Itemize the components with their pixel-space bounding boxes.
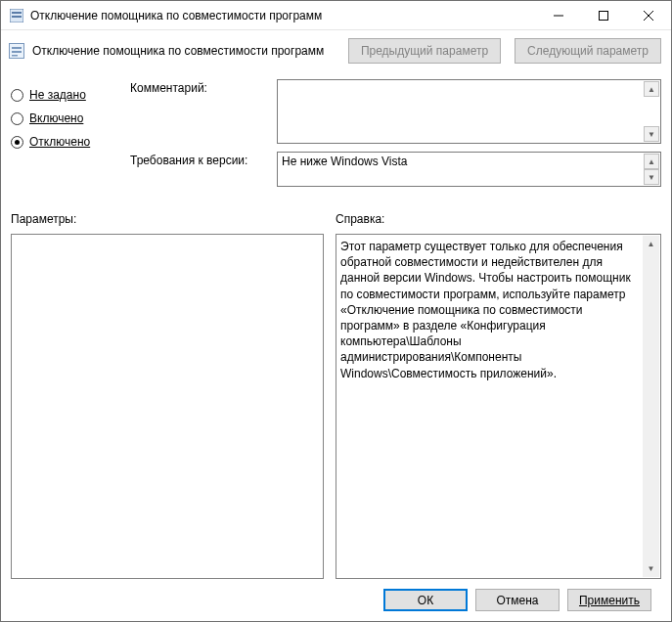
version-value: Не ниже Windows Vista (282, 155, 643, 184)
window-title: Отключение помощника по совместимости пр… (30, 9, 536, 22)
parameters-panel (11, 234, 324, 579)
scrollbar[interactable]: ▲ ▼ (643, 236, 659, 577)
version-label: Требования к версии: (130, 152, 277, 187)
help-text: Этот параметр существует только для обес… (340, 239, 641, 574)
scroll-down-icon[interactable]: ▼ (643, 560, 659, 577)
help-panel: Этот параметр существует только для обес… (336, 234, 661, 579)
radio-label: Включено (29, 111, 83, 125)
svg-rect-5 (12, 47, 22, 49)
dialog-footer: ОК Отмена Применить (11, 579, 661, 621)
fields-column: Комментарий: ▲ ▼ Требования к версии: Не… (130, 79, 661, 195)
svg-rect-1 (12, 12, 22, 14)
svg-rect-2 (12, 16, 22, 18)
ok-button[interactable]: ОК (383, 589, 468, 611)
policy-icon (9, 43, 24, 59)
content-area: Не задано Включено Отключено Комментарий… (1, 71, 671, 621)
scroll-down-icon[interactable]: ▼ (644, 169, 659, 185)
parameters-label: Параметры: (11, 212, 324, 226)
parameters-content (16, 239, 303, 574)
svg-rect-3 (600, 11, 608, 20)
cancel-button[interactable]: Отмена (475, 589, 560, 611)
panels-row: Этот параметр существует только для обес… (11, 234, 661, 579)
header-row: Отключение помощника по совместимости пр… (1, 30, 671, 71)
scroll-down-icon[interactable]: ▼ (644, 126, 659, 142)
radio-icon (11, 89, 23, 102)
maximize-button[interactable] (581, 1, 626, 29)
next-setting-button[interactable]: Следующий параметр (515, 38, 661, 64)
policy-editor-window: Отключение помощника по совместимости пр… (0, 0, 672, 622)
radio-label: Не задано (29, 88, 86, 102)
version-textarea: Не ниже Windows Vista ▲ ▼ (277, 152, 661, 187)
scroll-up-icon[interactable]: ▲ (644, 81, 659, 97)
minimize-button[interactable] (536, 1, 581, 29)
version-row: Требования к версии: Не ниже Windows Vis… (130, 152, 661, 187)
comment-value (282, 82, 643, 141)
radio-icon (11, 136, 23, 149)
radio-label: Отключено (29, 135, 90, 149)
scroll-up-icon[interactable]: ▲ (643, 236, 659, 252)
apply-label: Применить (579, 594, 640, 607)
radio-enabled[interactable]: Включено (11, 107, 118, 130)
svg-rect-6 (12, 51, 22, 53)
radio-disabled[interactable]: Отключено (11, 130, 118, 154)
header-title: Отключение помощника по совместимости пр… (32, 44, 340, 58)
state-radio-group: Не задано Включено Отключено (11, 79, 118, 195)
app-icon (9, 8, 24, 23)
svg-rect-7 (12, 55, 18, 57)
window-controls (536, 1, 671, 29)
radio-not-configured[interactable]: Не задано (11, 83, 118, 107)
scroll-up-icon[interactable]: ▲ (644, 154, 659, 169)
titlebar: Отключение помощника по совместимости пр… (1, 1, 671, 30)
comment-label: Комментарий: (130, 79, 277, 144)
close-button[interactable] (626, 1, 671, 29)
comment-row: Комментарий: ▲ ▼ (130, 79, 661, 144)
comment-textarea[interactable]: ▲ ▼ (277, 79, 661, 144)
panels-labels: Параметры: Справка: (11, 212, 661, 226)
apply-button[interactable]: Применить (567, 589, 651, 611)
previous-setting-button[interactable]: Предыдущий параметр (348, 38, 501, 64)
radio-icon (11, 112, 23, 125)
help-label: Справка: (336, 212, 384, 226)
top-grid: Не задано Включено Отключено Комментарий… (11, 79, 661, 195)
